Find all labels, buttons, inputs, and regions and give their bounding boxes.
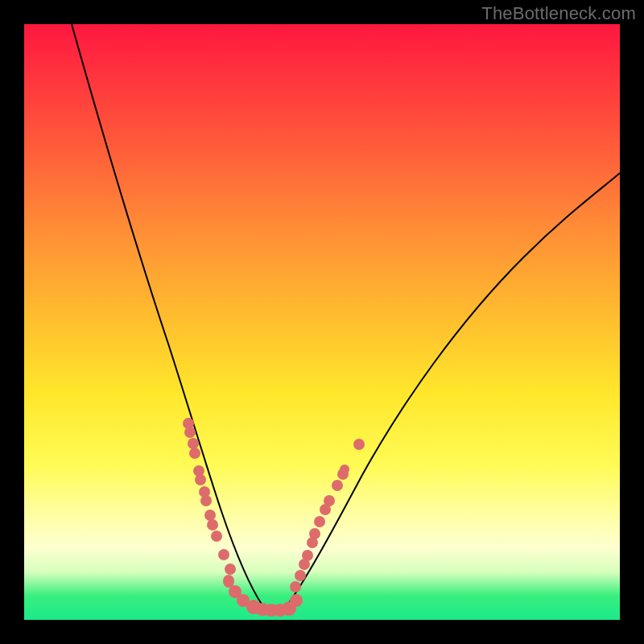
svg-point-18 [207, 519, 218, 530]
left-curve [72, 24, 262, 605]
svg-point-11 [188, 438, 199, 449]
svg-point-7 [223, 575, 234, 588]
svg-point-34 [353, 439, 365, 450]
svg-point-10 [184, 427, 196, 438]
plot-area [24, 24, 620, 620]
svg-point-17 [204, 510, 216, 521]
svg-point-8 [290, 594, 303, 607]
svg-point-33 [340, 464, 349, 474]
svg-point-22 [290, 581, 301, 592]
dots-right [290, 439, 365, 592]
svg-point-25 [302, 550, 313, 561]
svg-point-21 [225, 564, 236, 575]
svg-point-30 [324, 495, 335, 506]
svg-point-23 [295, 570, 306, 581]
bottom-cluster [223, 575, 303, 617]
chart-svg [24, 24, 620, 620]
chart-frame: TheBottleneck.com [0, 0, 644, 644]
watermark-text: TheBottleneck.com [481, 3, 636, 24]
svg-point-28 [314, 516, 325, 527]
svg-point-27 [309, 528, 320, 539]
svg-point-20 [218, 549, 229, 560]
right-curve [287, 173, 620, 606]
svg-point-19 [211, 530, 222, 542]
svg-point-12 [189, 448, 200, 459]
svg-point-16 [200, 495, 212, 506]
svg-point-31 [332, 480, 343, 491]
svg-point-14 [195, 474, 206, 485]
dots-left [183, 418, 236, 575]
